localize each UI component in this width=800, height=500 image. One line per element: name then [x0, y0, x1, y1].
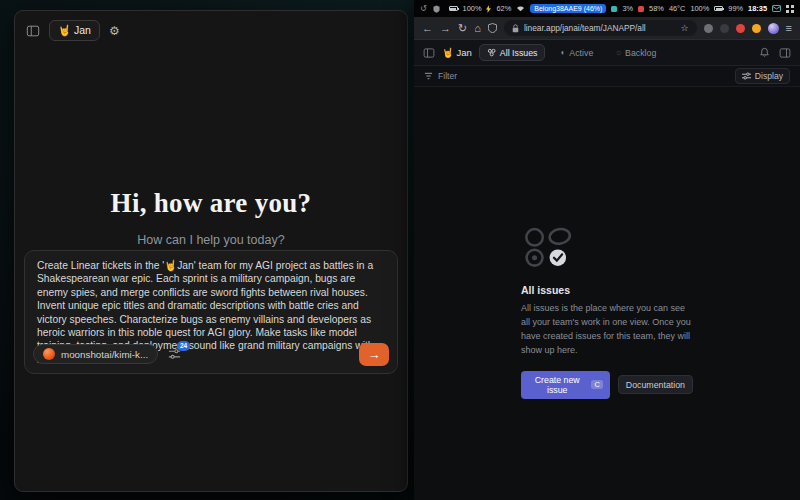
jan-workspace-label: 🤘 Jan — [58, 24, 91, 37]
shield-tray-icon[interactable] — [433, 5, 440, 13]
all-issues-empty-state: All issues All issues is the place where… — [521, 227, 693, 399]
create-new-issue-label: Create new issue — [528, 375, 586, 395]
send-button[interactable]: → — [359, 343, 389, 366]
browser-window: ↺ 100% 62% Belong38AAE9 (46%) 3% — [414, 0, 800, 500]
display-sliders-icon — [742, 72, 751, 80]
linear-workspace-label: 🤘 Jan — [442, 47, 472, 58]
backlog-tab-icon: ◌ — [616, 49, 621, 57]
charge-percent: 62% — [496, 4, 511, 13]
tab-active-label: Active — [569, 48, 593, 58]
stat-b-value: 99% — [728, 4, 743, 13]
model-selector[interactable]: moonshotai/kimi-k... — [33, 344, 158, 364]
all-issues-icon — [487, 48, 496, 57]
network-badge[interactable]: Belong38AAE9 (46%) — [530, 4, 606, 13]
display-label: Display — [755, 71, 783, 81]
filter-icon — [424, 72, 433, 80]
history-icon[interactable]: ↺ — [420, 4, 427, 13]
gear-icon[interactable]: ⚙ — [109, 24, 120, 38]
puzzle-extension-icon[interactable] — [704, 24, 713, 33]
sidebar-toggle-icon[interactable] — [26, 24, 40, 38]
jan-app-window: 🤘 Jan ⚙ Hi, how are you? How can I help … — [14, 10, 408, 492]
tab-backlog[interactable]: ◌ Backlog — [608, 44, 664, 61]
clock[interactable]: 18:35 — [748, 4, 767, 13]
menu-icon[interactable]: ≡ — [786, 23, 792, 34]
battery2-icon[interactable] — [714, 6, 723, 11]
jan-workspace-pill[interactable]: 🤘 Jan — [49, 20, 100, 41]
create-issue-shortcut: C — [591, 380, 602, 389]
url-text: linear.app/janai/team/JANAPP/all — [524, 23, 676, 33]
empty-state-actions: Create new issue C Documentation — [521, 371, 693, 399]
prompt-toolbar: moonshotai/kimi-k... 24 → — [33, 342, 389, 366]
charge-bolt-icon — [486, 5, 491, 13]
memory-monitor-icon[interactable] — [638, 6, 644, 12]
empty-state-title: All issues — [521, 284, 693, 296]
linear-sidebar-toggle-icon[interactable] — [423, 47, 435, 59]
battery-percent: 100% — [463, 4, 482, 13]
stat-a-value: 100% — [690, 4, 709, 13]
issues-illustration — [521, 227, 583, 269]
documentation-button[interactable]: Documentation — [618, 375, 693, 394]
model-selector-label: moonshotai/kimi-k... — [61, 349, 148, 360]
browser-nav-bar: ← → ↻ ⌂ linear.app/janai/team/JANAPP/all… — [414, 17, 800, 40]
tab-active[interactable]: ◐ Active — [552, 44, 601, 61]
app-grid-icon[interactable] — [786, 5, 794, 13]
bell-icon[interactable] — [759, 47, 770, 58]
greeting-subtitle: How can I help you today? — [15, 233, 407, 247]
linear-workspace[interactable]: 🤘 Jan — [442, 47, 472, 58]
jan-header: 🤘 Jan ⚙ — [15, 11, 407, 50]
greeting-title: Hi, how are you? — [15, 188, 407, 219]
documentation-label: Documentation — [626, 380, 685, 390]
profile-avatar[interactable] — [768, 23, 779, 34]
prompt-input-card[interactable]: Create Linear tickets in the '🤘Jan' team… — [24, 250, 398, 374]
temperature-value: 46°C — [669, 4, 686, 13]
tools-count-badge: 24 — [177, 341, 190, 351]
filter-button[interactable]: Filter — [424, 71, 457, 81]
url-bar[interactable]: linear.app/janai/team/JANAPP/all ☆ — [504, 20, 697, 36]
cpu-monitor-icon[interactable] — [611, 6, 617, 12]
memory-percent: 58% — [649, 4, 664, 13]
empty-state-description: All issues is the place where you can se… — [521, 302, 693, 358]
lock-icon — [512, 24, 519, 33]
linear-header: 🤘 Jan All Issues ◐ Active ◌ Backlog — [414, 40, 800, 66]
tab-all-issues-label: All Issues — [500, 48, 538, 58]
linear-filter-bar: Filter Display — [414, 66, 800, 87]
moonshot-icon — [43, 348, 55, 360]
greeting-block: Hi, how are you? How can I help you toda… — [15, 188, 407, 247]
battery-icon[interactable] — [449, 6, 458, 11]
red-extension-icon[interactable] — [736, 24, 745, 33]
tab-backlog-label: Backlog — [625, 48, 656, 58]
dark-extension-icon[interactable] — [720, 24, 729, 33]
active-tab-icon: ◐ — [560, 49, 565, 57]
jan-main: Hi, how are you? How can I help you toda… — [15, 50, 407, 491]
bookmark-star-icon[interactable]: ☆ — [681, 23, 689, 33]
panel-toggle-icon[interactable] — [779, 47, 791, 59]
system-status-bar: ↺ 100% 62% Belong38AAE9 (46%) 3% — [414, 0, 800, 17]
create-new-issue-button[interactable]: Create new issue C — [521, 371, 610, 399]
tools-button[interactable]: 24 — [168, 348, 181, 361]
linear-content: All issues All issues is the place where… — [414, 87, 800, 500]
home-icon[interactable]: ⌂ — [474, 23, 481, 34]
tab-all-issues[interactable]: All Issues — [479, 44, 546, 61]
display-button[interactable]: Display — [735, 68, 790, 84]
orange-extension-icon[interactable] — [752, 24, 761, 33]
filter-label: Filter — [438, 71, 457, 81]
forward-icon[interactable]: → — [440, 23, 451, 34]
tracking-shield-icon[interactable] — [488, 23, 497, 33]
mail-icon[interactable] — [772, 5, 781, 12]
cpu-percent: 3% — [622, 4, 633, 13]
back-icon[interactable]: ← — [422, 23, 433, 34]
wifi-icon[interactable] — [516, 5, 525, 12]
refresh-icon[interactable]: ↻ — [458, 23, 467, 34]
